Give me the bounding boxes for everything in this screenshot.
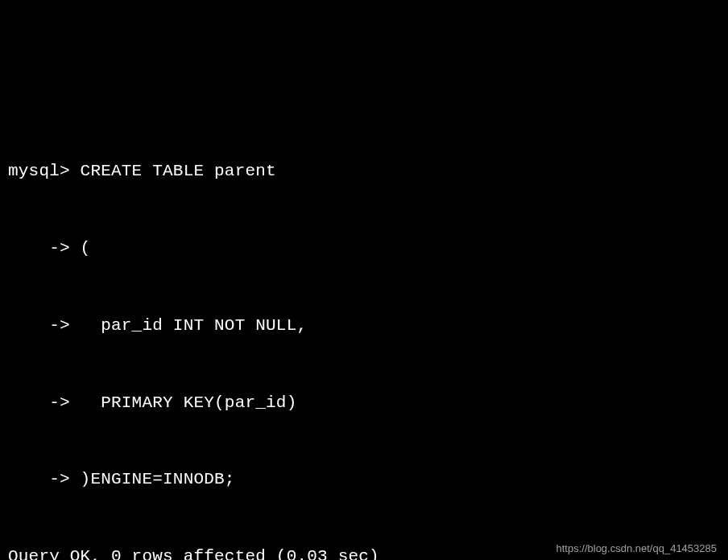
- terminal-line: -> )ENGINE=INNODB;: [8, 467, 720, 492]
- terminal-output: mysql> CREATE TABLE parent -> ( -> par_i…: [8, 108, 720, 560]
- terminal-line: mysql> CREATE TABLE parent: [8, 159, 720, 184]
- terminal-line: -> par_id INT NOT NULL,: [8, 313, 720, 339]
- watermark-text: https://blog.csdn.net/qq_41453285: [556, 541, 718, 557]
- terminal-line: -> PRIMARY KEY(par_id): [8, 390, 720, 416]
- terminal-line: -> (: [8, 236, 720, 261]
